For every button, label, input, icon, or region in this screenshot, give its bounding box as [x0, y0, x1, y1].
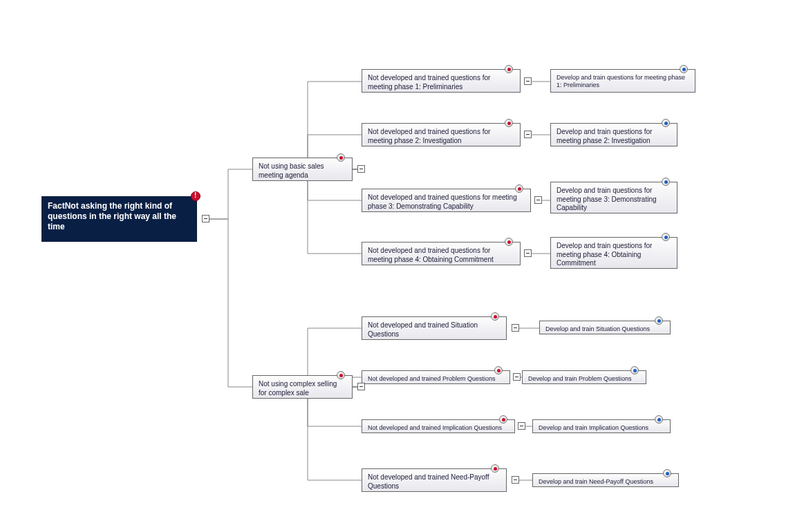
child-node[interactable]: Not developed and trained Need-Payoff Qu… — [362, 468, 507, 492]
child-label: Not developed and trained questions for … — [368, 193, 517, 210]
child-label: Not developed and trained Implication Qu… — [368, 424, 502, 431]
alert-icon — [191, 191, 200, 201]
action-label: Develop and train Problem Questions — [528, 375, 632, 382]
red-dot-icon — [505, 65, 513, 73]
action-node[interactable]: Develop and train questions for meeting … — [550, 69, 695, 93]
branch-node[interactable]: Not using basic sales meeting agenda — [252, 158, 353, 181]
red-dot-icon — [491, 464, 499, 473]
blue-dot-icon — [680, 65, 688, 73]
red-dot-icon — [337, 153, 345, 162]
root-label: FactNot asking the right kind of questio… — [48, 201, 176, 231]
red-dot-icon — [515, 184, 523, 193]
child-node[interactable]: Not developed and trained Situation Ques… — [362, 316, 507, 340]
action-label: Develop and train Need-Payoff Questions — [539, 478, 653, 485]
blue-dot-icon — [663, 469, 671, 477]
action-node[interactable]: Develop and train Problem Questions — [522, 370, 646, 384]
blue-dot-icon — [655, 415, 663, 424]
diagram-canvas: FactNot asking the right kind of questio… — [0, 0, 795, 532]
action-label: Develop and train questions for meeting … — [556, 128, 652, 144]
action-node[interactable]: Develop and train Need-Payoff Questions — [532, 473, 679, 487]
collapse-toggle[interactable] — [524, 77, 532, 85]
collapse-toggle[interactable] — [524, 131, 532, 138]
root-node[interactable]: FactNot asking the right kind of questio… — [41, 196, 197, 242]
red-dot-icon — [499, 415, 507, 424]
blue-dot-icon — [655, 316, 663, 325]
action-node[interactable]: Develop and train questions for meeting … — [550, 123, 677, 146]
action-node[interactable]: Develop and train questions for meeting … — [550, 237, 677, 269]
action-node[interactable]: Develop and train questions for meeting … — [550, 182, 677, 213]
action-label: Develop and train questions for meeting … — [556, 242, 652, 267]
child-label: Not developed and trained Situation Ques… — [368, 321, 478, 338]
red-dot-icon — [494, 366, 503, 374]
collapse-toggle[interactable] — [513, 373, 521, 381]
action-label: Develop and train Implication Questions — [539, 424, 648, 431]
red-dot-icon — [505, 119, 513, 127]
child-node[interactable]: Not developed and trained questions for … — [362, 123, 521, 146]
child-label: Not developed and trained Need-Payoff Qu… — [368, 473, 489, 490]
action-label: Develop and train questions for meeting … — [556, 74, 685, 88]
child-label: Not developed and trained questions for … — [368, 74, 490, 91]
branch-label: Not using basic sales meeting agenda — [259, 162, 324, 179]
collapse-toggle[interactable] — [357, 383, 365, 390]
collapse-toggle[interactable] — [202, 215, 209, 222]
child-node[interactable]: Not developed and trained questions for … — [362, 69, 521, 93]
child-node[interactable]: Not developed and trained Implication Qu… — [362, 419, 515, 433]
collapse-toggle[interactable] — [512, 476, 519, 484]
collapse-toggle[interactable] — [518, 422, 525, 430]
collapse-toggle[interactable] — [512, 324, 519, 332]
action-label: Develop and train Situation Questions — [545, 325, 650, 332]
branch-label: Not using complex selling for complex sa… — [259, 380, 337, 397]
collapse-toggle[interactable] — [524, 249, 532, 257]
action-node[interactable]: Develop and train Situation Questions — [539, 321, 671, 334]
child-label: Not developed and trained Problem Questi… — [368, 375, 496, 382]
child-label: Not developed and trained questions for … — [368, 128, 490, 144]
red-dot-icon — [337, 371, 345, 379]
blue-dot-icon — [662, 119, 670, 127]
child-node[interactable]: Not developed and trained questions for … — [362, 189, 531, 212]
red-dot-icon — [505, 238, 513, 246]
action-label: Develop and train questions for meeting … — [556, 187, 657, 211]
collapse-toggle[interactable] — [357, 165, 365, 173]
child-label: Not developed and trained questions for … — [368, 247, 494, 263]
branch-node[interactable]: Not using complex selling for complex sa… — [252, 375, 353, 399]
blue-dot-icon — [630, 366, 639, 374]
blue-dot-icon — [662, 178, 670, 186]
child-node[interactable]: Not developed and trained questions for … — [362, 242, 521, 265]
blue-dot-icon — [662, 233, 670, 241]
action-node[interactable]: Develop and train Implication Questions — [532, 419, 671, 433]
red-dot-icon — [491, 312, 499, 321]
collapse-toggle[interactable] — [534, 196, 542, 204]
child-node[interactable]: Not developed and trained Problem Questi… — [362, 370, 510, 384]
